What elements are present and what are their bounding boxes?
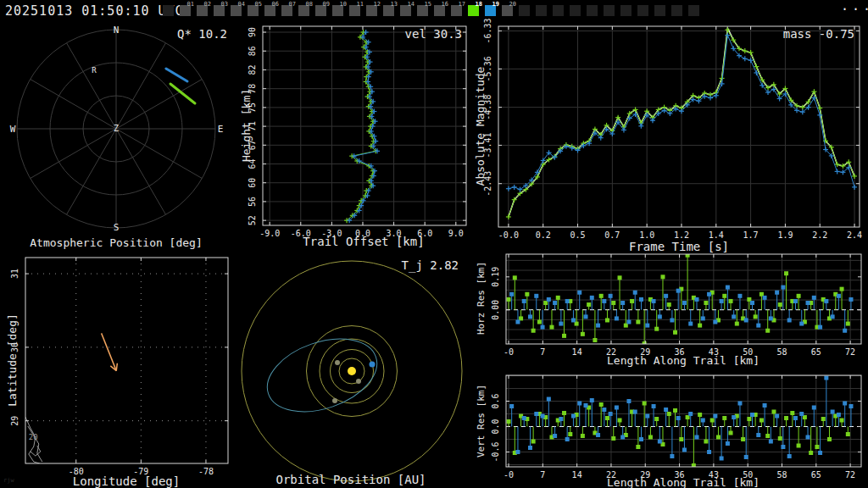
svg-text:14: 14 xyxy=(572,470,582,480)
frame-slot-03[interactable]: 03 xyxy=(214,5,225,16)
frame-slot-13[interactable]: 13 xyxy=(383,5,394,16)
vert-res-plot-area xyxy=(506,375,861,468)
frame-slot-empty[interactable] xyxy=(163,5,174,16)
frame-slot-empty[interactable] xyxy=(688,5,699,16)
svg-text:82: 82 xyxy=(248,64,257,75)
frame-slot-12[interactable]: 12 xyxy=(366,5,377,16)
compass-south: S xyxy=(114,222,120,233)
magnitude-ylabel: Absolute Magnitude xyxy=(474,67,487,186)
ground-track-plot: 20-80-79-78293031 xyxy=(10,258,228,476)
ground-xlabel: Longitude [deg] xyxy=(73,474,180,488)
svg-text:1.2: 1.2 xyxy=(674,230,689,240)
zenith-marker: Z xyxy=(114,124,119,133)
planet-dot xyxy=(356,379,361,384)
frame-slot-number: 17 xyxy=(459,1,465,8)
frame-slot-number: 02 xyxy=(204,1,211,8)
ground-track-arrow xyxy=(102,333,118,370)
svg-text:20: 20 xyxy=(29,433,38,441)
frame-slot-empty[interactable] xyxy=(519,5,530,16)
vert-res-xlabel: Length Along Trail [km] xyxy=(607,476,760,488)
svg-text:2.4: 2.4 xyxy=(847,230,862,240)
svg-text:-0.0: -0.0 xyxy=(498,230,519,240)
frame-slot-02[interactable]: 02 xyxy=(197,5,208,16)
trail-xlabel: Trail Offset [km] xyxy=(303,235,424,248)
svg-text:-0.6: -0.6 xyxy=(491,441,500,462)
frame-slot-07[interactable]: 07 xyxy=(281,5,292,16)
frame-slot-19[interactable]: 19 xyxy=(485,5,496,16)
meteoroid-orbit xyxy=(258,325,387,424)
orbit-caption: Orbital Position [AU] xyxy=(275,473,426,486)
meteor-analysis-dashboard: -9.0-6.0-3.00.03.06.09.05256606467717578… xyxy=(0,0,868,488)
frame-slot-17[interactable]: 17 xyxy=(451,5,462,16)
svg-text:7: 7 xyxy=(540,470,545,480)
meteor-streak-blue xyxy=(166,69,187,81)
frame-slot-empty[interactable] xyxy=(654,5,665,16)
frame-slot-number: 06 xyxy=(272,1,279,8)
planet-dot xyxy=(335,360,340,365)
mass-value: mass -0.75 xyxy=(783,27,854,41)
frame-slot-empty[interactable] xyxy=(637,5,648,16)
svg-text:0.2: 0.2 xyxy=(536,230,551,240)
svg-text:1.4: 1.4 xyxy=(709,230,724,240)
frame-slot-empty[interactable] xyxy=(604,5,615,16)
frame-slot-number: 14 xyxy=(408,1,415,8)
horz-res-plot-area xyxy=(506,253,861,346)
frame-slot-empty[interactable] xyxy=(536,5,547,16)
svg-text:0.19: 0.19 xyxy=(491,267,500,287)
svg-text:-0: -0 xyxy=(504,470,514,480)
svg-text:56: 56 xyxy=(248,197,257,207)
svg-text:2.2: 2.2 xyxy=(812,230,827,240)
frame-slot-number: 01 xyxy=(187,1,194,8)
svg-text:31: 31 xyxy=(10,269,19,279)
atmospheric-caption: Atmospheric Position [deg] xyxy=(30,236,203,249)
svg-text:60: 60 xyxy=(248,178,257,188)
overflow-menu-icon[interactable]: ... xyxy=(841,0,868,14)
svg-text:0.0: 0.0 xyxy=(491,419,500,434)
q-star-value: Q* 10.2 xyxy=(177,27,227,41)
svg-text:29: 29 xyxy=(10,416,19,426)
svg-text:65: 65 xyxy=(811,347,821,357)
frame-slot-empty[interactable] xyxy=(587,5,598,16)
light-curve-plot: -0.00.20.50.71.01.21.41.71.92.22.4-6.33-… xyxy=(483,18,862,240)
svg-text:65: 65 xyxy=(811,470,821,480)
vert-res-plot: -071422293643505865720.60.0-0.6 xyxy=(491,375,861,480)
frame-slot-18[interactable]: 18 xyxy=(468,5,479,16)
frame-slot-09[interactable]: 09 xyxy=(315,5,326,16)
compass-north: N xyxy=(114,25,120,36)
svg-text:1.7: 1.7 xyxy=(743,230,759,240)
frame-slot-04[interactable]: 04 xyxy=(231,5,242,16)
frame-slot-08[interactable]: 08 xyxy=(298,5,309,16)
svg-text:72: 72 xyxy=(845,470,855,480)
frame-slot-empty[interactable] xyxy=(553,5,564,16)
frame-slot-number: 20 xyxy=(509,1,516,8)
frame-slot-11[interactable]: 11 xyxy=(349,5,360,16)
svg-text:9.0: 9.0 xyxy=(448,229,464,238)
frame-slot-number: 09 xyxy=(323,1,330,8)
svg-text:-78: -78 xyxy=(198,467,214,476)
frame-slot-16[interactable]: 16 xyxy=(434,5,445,16)
trail-offset-plot-area xyxy=(263,26,466,225)
frame-slot-number: 11 xyxy=(357,1,364,8)
meteor-streak-green xyxy=(170,84,195,103)
frame-slot-number: 05 xyxy=(255,1,262,8)
svg-text:86: 86 xyxy=(248,46,257,56)
frame-slot-15[interactable]: 15 xyxy=(417,5,428,16)
svg-text:72: 72 xyxy=(845,347,855,357)
horz-res-ylabel: Horz Res [km] xyxy=(476,262,487,335)
frame-slot-14[interactable]: 14 xyxy=(400,5,411,16)
frame-slot-01[interactable]: 01 xyxy=(180,5,191,16)
utc-clock: 20251013 01:50:10 UTC xyxy=(5,3,184,19)
frame-slot-empty[interactable] xyxy=(671,5,682,16)
trail-offset-plot: -9.0-6.0-3.00.03.06.09.05256606467717578… xyxy=(248,26,466,238)
earth-dot xyxy=(370,362,376,368)
frame-slot-number: 15 xyxy=(425,1,431,8)
frame-slot-empty[interactable] xyxy=(620,5,632,16)
radiant-marker: R xyxy=(92,66,96,75)
compass-west: W xyxy=(10,124,16,135)
frame-slot-10[interactable]: 10 xyxy=(332,5,343,16)
svg-text:58: 58 xyxy=(776,347,787,357)
frame-slot-05[interactable]: 05 xyxy=(248,5,259,16)
frame-slot-20[interactable]: 20 xyxy=(502,5,513,16)
frame-slot-empty[interactable] xyxy=(570,5,581,16)
frame-slot-06[interactable]: 06 xyxy=(264,5,275,16)
